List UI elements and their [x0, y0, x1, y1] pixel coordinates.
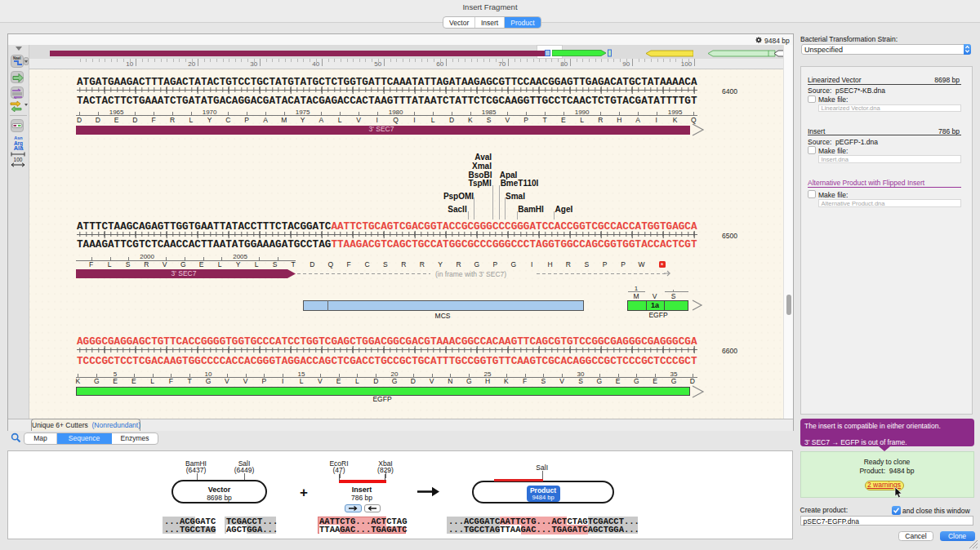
svg-text:NaeI: NaeI: [13, 56, 21, 60]
svg-text:100: 100: [14, 157, 23, 162]
